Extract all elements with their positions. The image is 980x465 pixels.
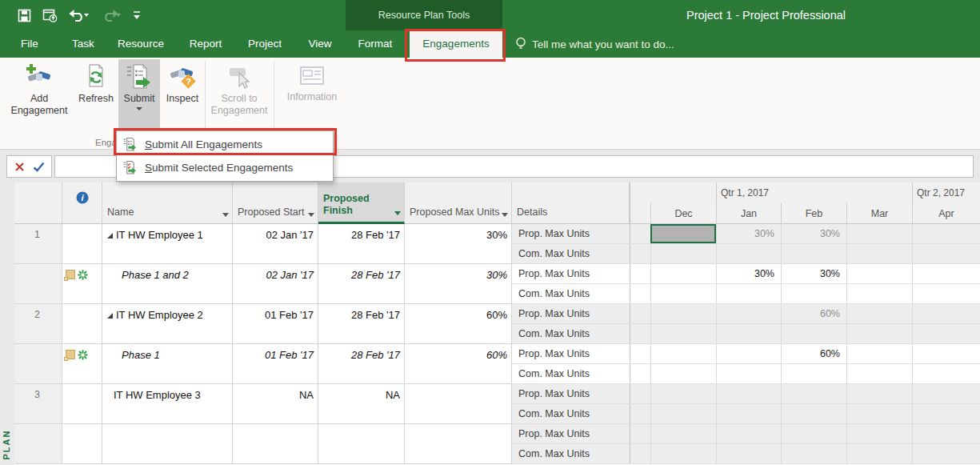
indicator-cell[interactable] (62, 264, 102, 303)
table-row[interactable]: Phase 1 01 Feb '17 28 Feb '17 60% (14, 344, 512, 384)
timephased-cell[interactable] (630, 424, 650, 443)
table-row[interactable]: 3 IT HW Employee 3 NA NA (14, 384, 512, 424)
timephased-cell[interactable] (630, 284, 650, 303)
timephased-cell[interactable] (781, 424, 846, 443)
timescale-quarter-cell[interactable] (630, 182, 716, 203)
timephased-cell[interactable] (716, 324, 781, 343)
proposed-start-cell[interactable] (233, 424, 318, 463)
timephased-cell[interactable] (912, 364, 980, 383)
tab-file[interactable]: File (10, 30, 50, 58)
timephased-cell[interactable] (781, 384, 846, 403)
proposed-start-cell[interactable]: 02 Jan '17 (233, 224, 318, 263)
row-number[interactable]: 2 (14, 304, 62, 343)
timephased-cell[interactable] (781, 364, 846, 383)
timephased-cell[interactable] (650, 284, 716, 303)
proposed-max-units-cell[interactable]: 30% (405, 264, 512, 303)
indicator-cell[interactable] (62, 344, 102, 383)
column-header-details[interactable]: Details (512, 182, 630, 224)
timephased-cell[interactable] (650, 344, 716, 363)
tab-project[interactable]: Project (238, 30, 291, 58)
save-icon[interactable] (18, 9, 31, 22)
timephased-cell[interactable] (912, 404, 980, 423)
column-header-proposed-finish[interactable]: Proposed Finish (318, 182, 405, 224)
timephased-cell[interactable] (781, 444, 846, 463)
timephased-cell[interactable] (846, 304, 912, 323)
timescale-month-feb[interactable]: Feb (781, 203, 846, 224)
proposed-start-cell[interactable]: 01 Feb '17 (233, 344, 318, 383)
timephased-cell[interactable] (912, 284, 980, 303)
menu-item-submit-all-engagements[interactable]: Submit All Engagements (117, 133, 333, 156)
timephased-cell[interactable] (912, 304, 980, 323)
timephased-cell[interactable]: 30% (781, 224, 846, 243)
timephased-cell[interactable] (630, 304, 650, 323)
timescale-quarter-q1[interactable]: Qtr 1, 2017 (716, 182, 912, 203)
timephased-cell[interactable] (912, 264, 980, 283)
timephased-cell[interactable] (846, 264, 912, 283)
timephased-cell[interactable] (912, 324, 980, 343)
name-cell[interactable]: Phase 1 (102, 344, 233, 383)
timephased-cell[interactable] (912, 384, 980, 403)
timephased-cell[interactable] (630, 244, 650, 263)
timephased-cell[interactable] (846, 404, 912, 423)
timephased-cell[interactable]: 60% (781, 344, 846, 363)
filter-arrow-icon[interactable] (394, 211, 401, 215)
publish-icon[interactable] (42, 9, 58, 22)
name-cell[interactable]: IT HW Employee 1 (102, 224, 233, 263)
timephased-cell[interactable] (630, 384, 650, 403)
column-header-proposed-start[interactable]: Proposed Start (233, 182, 318, 224)
indicator-cell[interactable] (62, 424, 102, 463)
cancel-entry-icon[interactable] (14, 162, 25, 172)
tab-resource[interactable]: Resource (110, 30, 171, 58)
timephased-cell[interactable] (630, 344, 650, 363)
timephased-cell[interactable] (716, 344, 781, 363)
accept-entry-icon[interactable] (33, 162, 45, 172)
row-number[interactable]: 1 (14, 224, 62, 263)
name-cell[interactable]: IT HW Employee 2 (102, 304, 233, 343)
tab-report[interactable]: Report (179, 30, 232, 58)
timephased-cell[interactable] (716, 404, 781, 423)
name-cell[interactable]: Phase 1 and 2 (102, 264, 233, 303)
filter-arrow-icon[interactable] (222, 213, 229, 217)
timephased-cell[interactable] (650, 424, 716, 443)
add-engagement-button[interactable]: Add Engagement (5, 59, 74, 134)
timephased-cell[interactable]: 30% (781, 264, 846, 283)
timephased-cell[interactable] (716, 444, 781, 463)
proposed-max-units-cell[interactable]: 60% (405, 344, 512, 383)
filter-arrow-icon[interactable] (502, 213, 508, 217)
timescale-month-dec[interactable]: Dec (650, 203, 716, 224)
timescale-month-mar[interactable]: Mar (846, 203, 912, 224)
column-header-proposed-max-units[interactable]: Proposed Max Units (405, 182, 512, 224)
timephased-cell[interactable] (912, 344, 980, 363)
indicator-cell[interactable] (62, 224, 102, 263)
timephased-cell[interactable] (846, 384, 912, 403)
timephased-cell[interactable]: 60% (781, 304, 846, 323)
timephased-cell[interactable] (650, 224, 716, 243)
undo-icon[interactable] (69, 9, 90, 22)
timephased-cell[interactable] (846, 324, 912, 343)
timephased-cell[interactable] (716, 384, 781, 403)
customize-qat-icon[interactable] (133, 10, 141, 20)
timephased-cell[interactable] (846, 424, 912, 443)
timephased-cell[interactable] (716, 424, 781, 443)
name-cell[interactable]: IT HW Employee 3 (102, 384, 233, 423)
timephased-cell[interactable] (846, 284, 912, 303)
timephased-cell[interactable] (650, 324, 716, 343)
proposed-start-cell[interactable]: 02 Jan '17 (233, 264, 318, 303)
proposed-finish-cell[interactable]: 28 Feb '17 (318, 224, 405, 263)
tab-engagements[interactable]: Engagements (410, 30, 502, 58)
proposed-finish-cell[interactable]: 28 Feb '17 (318, 264, 405, 303)
proposed-finish-cell[interactable]: 28 Feb '17 (318, 344, 405, 383)
indicator-cell[interactable] (62, 384, 102, 423)
timephased-cell[interactable] (630, 224, 650, 243)
timephased-cell[interactable] (650, 244, 716, 263)
timephased-cell[interactable] (650, 444, 716, 463)
indicators-header[interactable]: i (62, 182, 102, 224)
table-row[interactable] (14, 424, 512, 464)
timephased-cell[interactable] (846, 364, 912, 383)
timephased-cell[interactable] (650, 384, 716, 403)
timephased-cell[interactable] (630, 324, 650, 343)
filter-arrow-icon[interactable] (308, 213, 314, 217)
timescale-month-jan[interactable]: Jan (716, 203, 781, 224)
submit-button[interactable]: Submit (118, 59, 160, 134)
timescale-quarter-q2[interactable]: Qtr 2, 2017 (912, 182, 980, 203)
